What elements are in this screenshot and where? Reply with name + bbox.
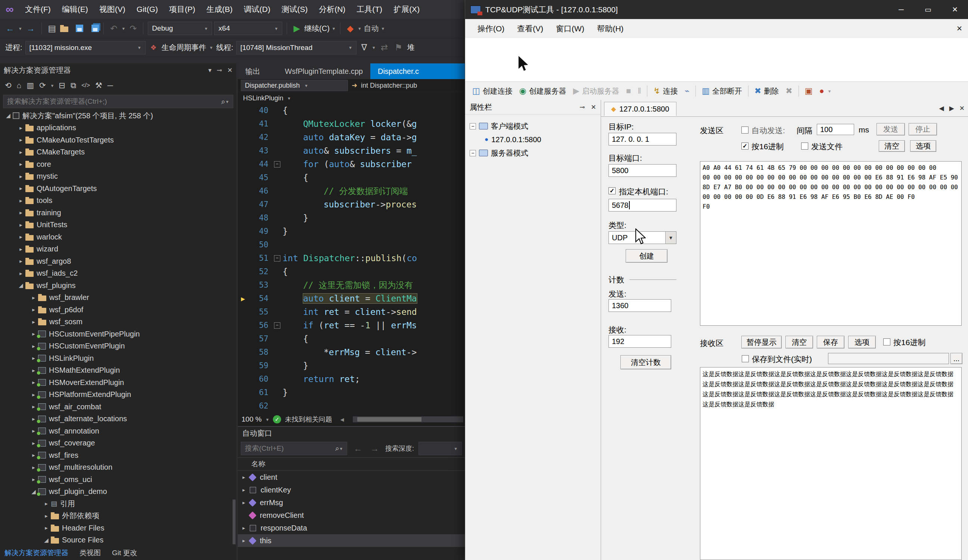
code-line[interactable]: 46// 分发数据到订阅端: [238, 184, 465, 198]
solution-tree-item[interactable]: ▸wsf_argo8: [0, 255, 232, 268]
send-hex-checkbox[interactable]: ✓: [741, 142, 749, 150]
code-line[interactable]: 52{: [238, 265, 465, 278]
record-icon[interactable]: ▣: [802, 86, 816, 96]
solution-tree-item[interactable]: ▸wsf_coverage: [0, 437, 232, 449]
collapsed-arrow-icon[interactable]: ▸: [17, 258, 25, 264]
code-line[interactable]: 51−int Dispatcher::publish(co: [238, 251, 465, 265]
collapsed-arrow-icon[interactable]: ▸: [17, 125, 25, 131]
lifecycle-events-icon[interactable]: ❖: [149, 44, 159, 51]
solution-tree-item[interactable]: ▸HSMoverExtendPlugin: [0, 377, 232, 389]
chevron-down-icon[interactable]: ▾: [358, 26, 362, 31]
solution-tree-item[interactable]: ▸wsf_oms_uci: [0, 473, 232, 486]
vs-menu-item[interactable]: 文件(F): [20, 0, 56, 19]
solution-tree-item[interactable]: ▸CMakeAutoTestTargets: [0, 134, 232, 146]
stop-red-icon[interactable]: ●: [816, 86, 827, 96]
code-line[interactable]: 49}: [238, 225, 465, 238]
chevron-down-icon[interactable]: ▾: [265, 417, 270, 422]
vs-menu-item[interactable]: Git(G): [131, 0, 164, 19]
tcp-title-bar[interactable]: TCP&UDP测试工具 - [127.0.0.1:5800] ─ ▭ ✕: [465, 0, 968, 19]
code-line[interactable]: 41QMutexLocker locker(&g: [238, 117, 465, 131]
maximize-button[interactable]: ▭: [915, 0, 941, 19]
target-port-input[interactable]: 5800: [608, 164, 676, 177]
collapsed-arrow-icon[interactable]: ▸: [17, 233, 25, 240]
code-line[interactable]: 45{: [238, 171, 465, 184]
collapsed-arrow-icon[interactable]: ▸: [17, 209, 25, 216]
filter-threads-icon[interactable]: ∇: [360, 43, 369, 52]
solution-tree-item[interactable]: ▸core: [0, 158, 232, 170]
connection-tab[interactable]: ◆ 127.0.0.1:5800: [604, 102, 676, 116]
tab-scroll-left-icon[interactable]: ◀: [939, 104, 944, 112]
solution-tree-item[interactable]: ◢解决方案"afsim"(258 个项目, 共 258 个): [0, 110, 232, 122]
collapse-icon[interactable]: −: [470, 123, 476, 129]
code-line[interactable]: 53// 这里无需加锁，因为没有: [238, 278, 465, 292]
code-line[interactable]: 58*errMsg = client->: [238, 345, 465, 359]
solution-tree-item[interactable]: ◢wsf_plugins: [0, 279, 232, 292]
refresh-icon[interactable]: ⟳: [37, 81, 48, 90]
scroll-left-icon[interactable]: ◀: [340, 417, 344, 422]
solution-tree-item[interactable]: ◢Source Files: [0, 534, 232, 546]
collapsed-arrow-icon[interactable]: ▸: [29, 319, 38, 325]
send-options-button[interactable]: 选项: [910, 140, 936, 152]
solution-tree-item[interactable]: ▸wsf_brawler: [0, 292, 232, 304]
tcp-menu-item[interactable]: 帮助(H): [590, 23, 630, 34]
recv-options-button[interactable]: 选项: [848, 336, 876, 349]
vs-menu-item[interactable]: 测试(S): [276, 0, 313, 19]
collapsed-arrow-icon[interactable]: ▸: [42, 500, 51, 507]
collapsed-arrow-icon[interactable]: ▸: [29, 306, 38, 313]
expander-icon[interactable]: ▸: [238, 500, 250, 505]
disconnect-icon[interactable]: ⌁: [681, 86, 693, 96]
autos-row-removeClient[interactable]: removeClient: [238, 509, 465, 522]
send-file-checkbox[interactable]: [801, 142, 808, 150]
hot-reload-icon[interactable]: ◆: [345, 24, 355, 33]
close-icon[interactable]: ✕: [227, 66, 232, 74]
view-code-icon[interactable]: </>: [80, 82, 92, 89]
collapsed-arrow-icon[interactable]: ▸: [17, 246, 25, 253]
save-icon[interactable]: [76, 25, 83, 32]
save-file-path-input[interactable]: [828, 353, 949, 364]
autos-row-clientKey[interactable]: ▸clientKey: [238, 484, 465, 496]
solution-tree-item[interactable]: ▸warlock: [0, 231, 232, 243]
autos-name-column-header[interactable]: 名称: [238, 458, 465, 471]
expanded-arrow-icon[interactable]: ◢: [17, 282, 25, 289]
chevron-down-icon[interactable]: ▾: [372, 45, 376, 50]
code-line[interactable]: ▶54auto client = ClientMa: [238, 292, 465, 305]
solution-tree-item[interactable]: ▸wsf_annotation: [0, 425, 232, 437]
collapsed-arrow-icon[interactable]: ▸: [29, 294, 38, 301]
close-button[interactable]: ✕: [941, 0, 968, 19]
stop-server-icon[interactable]: ■: [623, 86, 634, 96]
solution-tree-item[interactable]: ▸wizard: [0, 243, 232, 256]
chevron-down-icon[interactable]: ▾: [339, 446, 343, 451]
chevron-down-icon[interactable]: ▾: [209, 45, 214, 50]
search-next-icon[interactable]: →: [368, 444, 381, 453]
close-icon[interactable]: ✕: [591, 103, 596, 111]
autos-row-errMsg[interactable]: ▸errMsg: [238, 496, 465, 509]
clear-counter-button[interactable]: 清空计数: [620, 355, 671, 369]
collapse-all-icon[interactable]: ⊟: [57, 81, 67, 90]
solution-tree-item[interactable]: ▸Header Files: [0, 522, 232, 534]
code-line[interactable]: 60return ret;: [238, 372, 465, 386]
code-line[interactable]: 56−if (ret == -1 || errMs: [238, 319, 465, 332]
sent-count-input[interactable]: 1360: [608, 299, 671, 312]
collapsed-arrow-icon[interactable]: ▸: [42, 525, 51, 531]
code-line[interactable]: 48}: [238, 211, 465, 225]
pause-display-button[interactable]: 暂停显示: [741, 336, 782, 349]
code-line[interactable]: 44−for (auto& subscriber: [238, 157, 465, 171]
editor-tab[interactable]: Dispatcher.c: [370, 63, 465, 79]
chevron-down-icon[interactable]: ▾: [332, 26, 336, 31]
tree-item-connection[interactable]: ● 127.0.0.1:5800: [465, 133, 541, 146]
solution-tree-item[interactable]: ▸applications: [0, 122, 232, 134]
chevron-down-icon[interactable]: ▾: [18, 26, 22, 31]
auto-send-checkbox[interactable]: [741, 127, 749, 134]
local-port-input[interactable]: 5678: [608, 199, 676, 211]
properties-wrench-icon[interactable]: ⚒: [93, 81, 104, 90]
solution-tree-item[interactable]: ▸wsf_sosm: [0, 316, 232, 328]
solution-tree-item[interactable]: ▸mystic: [0, 170, 232, 183]
collapsed-arrow-icon[interactable]: ▸: [17, 137, 25, 143]
tree-item-client-mode[interactable]: − 客户端模式: [465, 119, 528, 133]
solution-tree-item[interactable]: ▸HSLinkPlugin: [0, 352, 232, 365]
chevron-down-icon[interactable]: ▾: [122, 26, 126, 31]
code-line[interactable]: 47subscriber->proces: [238, 198, 465, 211]
solution-tree-item[interactable]: ▸▤引用: [0, 498, 232, 510]
code-editor[interactable]: 40{41QMutexLocker locker(&g42auto dataKe…: [238, 104, 465, 413]
solution-tree-scrollbar[interactable]: [232, 110, 236, 546]
